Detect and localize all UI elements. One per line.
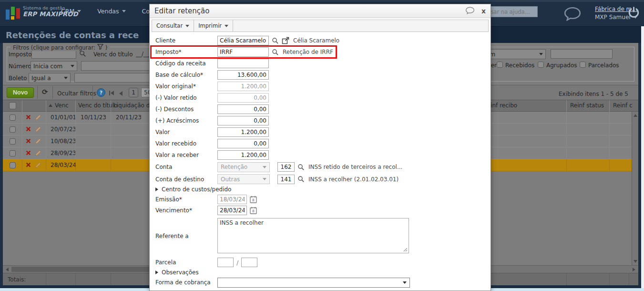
menu-crm-label: CRM: [61, 8, 74, 15]
emissao-input[interactable]: [217, 195, 247, 204]
filter-recebidos-checkbox[interactable]: [497, 62, 503, 68]
conta-destino-type-select[interactable]: Outras: [217, 174, 270, 184]
close-icon[interactable]: x: [481, 7, 486, 15]
select-all-checkbox[interactable]: [9, 102, 16, 109]
valor-retido-input[interactable]: [217, 93, 269, 103]
imposto-display: Retenção de IRRF: [283, 49, 333, 55]
filter-numero-input[interactable]: [81, 61, 157, 71]
search-icon[interactable]: [272, 49, 279, 56]
imprimir-button[interactable]: Imprimir: [194, 20, 233, 31]
centro-custos-expander[interactable]: Centro de custos/pedido: [155, 185, 491, 194]
cliente-display: Célia Scaramelo: [293, 37, 339, 44]
edit-pencil-icon[interactable]: [35, 114, 41, 122]
menu-vendas-label: Vendas: [97, 8, 119, 15]
imposto-input[interactable]: [217, 47, 269, 57]
edit-pencil-icon[interactable]: [35, 162, 41, 169]
column-divider: [609, 135, 610, 147]
chevron-down-icon: [263, 166, 266, 168]
field-valor-retido: (-) Valor retido: [155, 92, 491, 104]
acrescimos-input[interactable]: [217, 116, 269, 125]
row-checkbox[interactable]: [10, 126, 16, 133]
delete-icon[interactable]: [26, 126, 31, 133]
forma-cobranca-select[interactable]: [217, 278, 410, 288]
dialog-titlebar[interactable]: Editar retenção x: [150, 4, 491, 18]
vertical-scrollbar[interactable]: [632, 112, 638, 265]
search-icon[interactable]: [297, 176, 305, 183]
scrollbar-thumb[interactable]: [11, 267, 154, 272]
help-icon[interactable]: ?: [97, 88, 105, 97]
filter-parcelados-checkbox[interactable]: [580, 62, 586, 68]
row-checkbox[interactable]: [10, 150, 16, 156]
filter-boleto-input[interactable]: [74, 73, 157, 83]
chat-icon[interactable]: [564, 7, 581, 22]
observacoes-expander[interactable]: Observações: [155, 268, 491, 277]
scroll-up-arrow-icon[interactable]: [634, 114, 637, 117]
menu-crm[interactable]: CRM: [61, 8, 81, 15]
column-header-liquidacao[interactable]: Liquidação d: [113, 102, 150, 109]
valor-a-receber-label: Valor a receber: [155, 152, 217, 158]
filters-legend[interactable]: Filtros (clique para configurar: ): [10, 44, 110, 51]
valor-recebido-input[interactable]: [217, 139, 269, 148]
filter-numero-operator-select[interactable]: Inicia com: [31, 61, 77, 71]
column-header-reinf-status[interactable]: Reinf status: [570, 102, 604, 109]
filter-funnel-icon[interactable]: [97, 44, 103, 51]
conta-type-value: Retenção: [221, 164, 247, 170]
conta-code-input[interactable]: [277, 162, 295, 172]
delete-icon[interactable]: [26, 114, 31, 121]
delete-icon[interactable]: [26, 138, 31, 145]
parcela-den-input[interactable]: [241, 258, 257, 267]
menu-vendas[interactable]: Vendas: [97, 8, 125, 15]
row-checkbox[interactable]: [10, 162, 16, 168]
totals-divider: [46, 273, 46, 286]
filter-agrupados-checkbox[interactable]: [538, 62, 544, 68]
scroll-down-arrow-icon[interactable]: [634, 260, 637, 263]
calendar-icon[interactable]: 8: [250, 207, 257, 214]
pagination-prev-button[interactable]: [119, 91, 123, 97]
referente-textarea[interactable]: INSS a recolher: [217, 218, 409, 253]
prev-page-arrow-icon: [119, 91, 123, 96]
scroll-left-arrow-icon[interactable]: [6, 268, 9, 271]
parcela-num-input[interactable]: [217, 258, 234, 267]
delete-icon[interactable]: [26, 162, 31, 169]
codigo-receita-input[interactable]: [217, 59, 269, 68]
valor-input[interactable]: [217, 127, 269, 137]
maxiprod-logo-icon[interactable]: [6, 6, 20, 20]
column-header-reinf-co[interactable]: Reinf co: [613, 102, 632, 109]
valor-original-input[interactable]: [217, 82, 269, 91]
page-number-input[interactable]: [129, 88, 138, 97]
edit-pencil-icon[interactable]: [35, 126, 41, 134]
valor-a-receber-input[interactable]: [217, 150, 269, 160]
resize-grip-icon[interactable]: [403, 248, 408, 252]
conta-type-select[interactable]: Retenção: [217, 162, 270, 172]
filter-boleto-operator-select[interactable]: Igual a: [29, 73, 71, 83]
power-icon[interactable]: [627, 6, 640, 21]
conta-destino-code-input[interactable]: [277, 175, 295, 184]
column-header-venc[interactable]: Venc: [49, 102, 69, 109]
vencimento-input[interactable]: [217, 206, 247, 215]
scroll-right-arrow-icon[interactable]: [633, 268, 635, 271]
row-checkbox[interactable]: [10, 138, 16, 145]
pagination-first-button[interactable]: [109, 91, 114, 95]
filter-agrupados-label: Agrupados: [546, 62, 577, 69]
base-calculo-input[interactable]: [217, 70, 269, 80]
column-divider: [609, 159, 610, 171]
calendar-icon[interactable]: 8: [250, 196, 257, 203]
descontos-input[interactable]: [217, 104, 269, 114]
search-icon[interactable]: [272, 37, 279, 44]
search-icon[interactable]: [297, 164, 305, 171]
cliente-input[interactable]: [217, 36, 269, 45]
open-external-icon[interactable]: [282, 37, 289, 44]
novo-button[interactable]: Novo: [7, 87, 34, 98]
column-divider: [22, 124, 22, 135]
search-icon[interactable]: [79, 50, 86, 59]
column-header-venc-titulo[interactable]: Venc do título: [78, 102, 117, 109]
dialog-chat-icon[interactable]: [465, 7, 475, 16]
edit-pencil-icon[interactable]: [35, 150, 41, 157]
edit-pencil-icon[interactable]: [35, 138, 41, 146]
refresh-icon[interactable]: ⟳: [42, 88, 48, 96]
filter-right-input[interactable]: [551, 49, 613, 59]
hide-filters-button[interactable]: Ocultar filtros: [57, 90, 96, 97]
delete-icon[interactable]: [26, 150, 31, 157]
row-checkbox[interactable]: [10, 114, 16, 121]
consultar-button[interactable]: Consultar: [152, 20, 194, 31]
